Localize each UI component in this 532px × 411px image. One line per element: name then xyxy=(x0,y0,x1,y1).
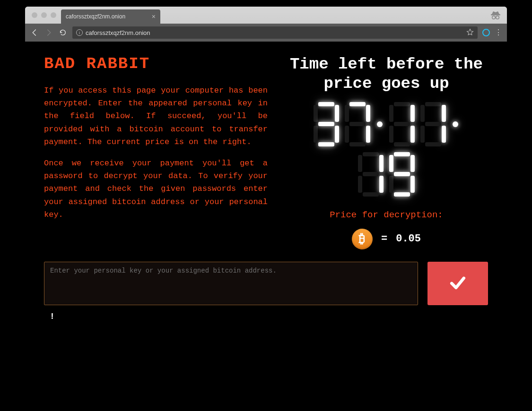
digit-9 xyxy=(389,152,415,197)
back-button[interactable] xyxy=(30,28,39,37)
clock-colon xyxy=(452,102,459,146)
digit-7 xyxy=(345,102,370,146)
reload-button[interactable] xyxy=(58,28,68,37)
browser-tab[interactable]: caforssztxqzf2nm.onion × xyxy=(61,9,160,24)
incognito-icon xyxy=(490,9,501,23)
digit-3 xyxy=(314,102,339,146)
minimize-window-icon[interactable] xyxy=(41,12,47,18)
bookmark-star-icon[interactable] xyxy=(466,28,474,37)
digit-1 xyxy=(420,102,446,146)
site-info-icon[interactable]: i xyxy=(76,29,83,36)
menu-icon[interactable]: ⋮ xyxy=(495,28,502,37)
countdown-header: Time left before the price goes up xyxy=(285,55,488,94)
page-title: BAD RABBIT xyxy=(44,55,268,73)
tab-title: caforssztxqzf2nm.onion xyxy=(66,13,149,20)
tab-strip: caforssztxqzf2nm.onion × xyxy=(25,7,507,24)
svg-rect-0 xyxy=(491,14,500,16)
digit-1 xyxy=(389,102,415,146)
browser-window: caforssztxqzf2nm.onion × i caforssztxqzf… xyxy=(25,7,507,411)
submit-button[interactable] xyxy=(427,262,488,305)
clock-colon xyxy=(376,102,384,146)
price-row: ₿ = 0.05 xyxy=(285,229,488,249)
svg-point-1 xyxy=(492,16,496,19)
bitcoin-icon: ₿ xyxy=(352,229,373,249)
forward-button[interactable] xyxy=(44,28,53,37)
close-tab-icon[interactable]: × xyxy=(152,13,156,20)
status-indicator: ! xyxy=(50,312,488,321)
maximize-window-icon[interactable] xyxy=(51,12,56,18)
window-controls[interactable] xyxy=(25,7,61,18)
address-field[interactable]: i caforssztxqzf2nm.onion xyxy=(72,26,478,39)
check-icon xyxy=(447,272,468,294)
close-window-icon[interactable] xyxy=(32,12,37,18)
instruction-paragraph-1: If you access this page your computer ha… xyxy=(44,84,268,148)
profile-icon[interactable] xyxy=(482,29,490,36)
equals-sign: = xyxy=(381,233,387,245)
price-label: Price for decryption: xyxy=(285,210,488,220)
price-value: 0.05 xyxy=(396,233,421,245)
personal-key-input[interactable] xyxy=(44,262,418,305)
page-content: BAD RABBIT If you access this page your … xyxy=(25,42,507,411)
instruction-paragraph-2: Once we receive your payment you'll get … xyxy=(44,157,268,221)
digit-1 xyxy=(358,152,384,197)
svg-point-2 xyxy=(496,16,499,19)
address-bar-row: i caforssztxqzf2nm.onion ⋮ xyxy=(25,24,507,42)
url-text: caforssztxqzf2nm.onion xyxy=(86,29,150,36)
countdown-clock xyxy=(287,102,486,197)
